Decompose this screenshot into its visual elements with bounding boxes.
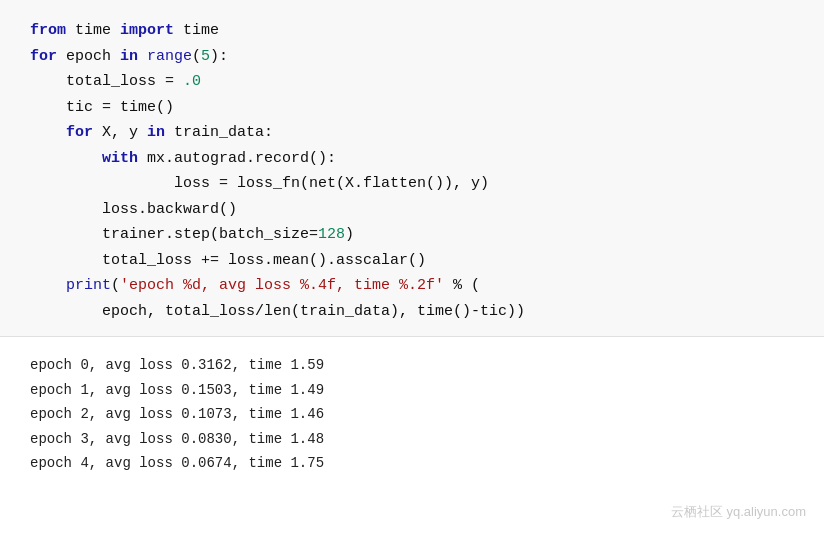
keyword-in: in (120, 44, 147, 70)
string-format: 'epoch %d, avg loss %.4f, time %.2f' (120, 273, 444, 299)
code-line-4: tic = time() (30, 95, 794, 121)
output-line-4: epoch 4, avg loss 0.0674, time 1.75 (30, 451, 794, 476)
code-line-10: total_loss += loss.mean().asscalar() (30, 248, 794, 274)
code-line-7: loss = loss_fn(net(X.flatten()), y) (30, 171, 794, 197)
var-epoch: epoch (66, 44, 120, 70)
output-line-1: epoch 1, avg loss 0.1503, time 1.49 (30, 378, 794, 403)
code-line-12: epoch, total_loss/len(train_data), time(… (30, 299, 794, 325)
keyword-from: from (30, 18, 75, 44)
number-dot0: .0 (183, 69, 201, 95)
module-time: time (75, 18, 120, 44)
output-block: epoch 0, avg loss 0.3162, time 1.59 epoc… (0, 337, 824, 533)
keyword-for: for (30, 44, 66, 70)
code-line-11: print('epoch %d, avg loss %.4f, time %.2… (30, 273, 794, 299)
output-line-2: epoch 2, avg loss 0.1073, time 1.46 (30, 402, 794, 427)
watermark: 云栖社区 yq.aliyun.com (671, 503, 806, 521)
code-line-5: for X, y in train_data: (30, 120, 794, 146)
code-line-3: total_loss = .0 (30, 69, 794, 95)
output-line-0: epoch 0, avg loss 0.3162, time 1.59 (30, 353, 794, 378)
code-line-9: trainer.step(batch_size=128) (30, 222, 794, 248)
builtin-print: print (66, 273, 111, 299)
number-5: 5 (201, 44, 210, 70)
builtin-range: range (147, 44, 192, 70)
main-container: from time import time for epoch in range… (0, 0, 824, 533)
keyword-import: import (120, 18, 183, 44)
code-line-1: from time import time (30, 18, 794, 44)
code-line-2: for epoch in range(5): (30, 44, 794, 70)
output-line-3: epoch 3, avg loss 0.0830, time 1.48 (30, 427, 794, 452)
func-time: time (183, 18, 219, 44)
number-128: 128 (318, 222, 345, 248)
code-block: from time import time for epoch in range… (0, 0, 824, 337)
code-line-6: with mx.autograd.record(): (30, 146, 794, 172)
code-line-8: loss.backward() (30, 197, 794, 223)
